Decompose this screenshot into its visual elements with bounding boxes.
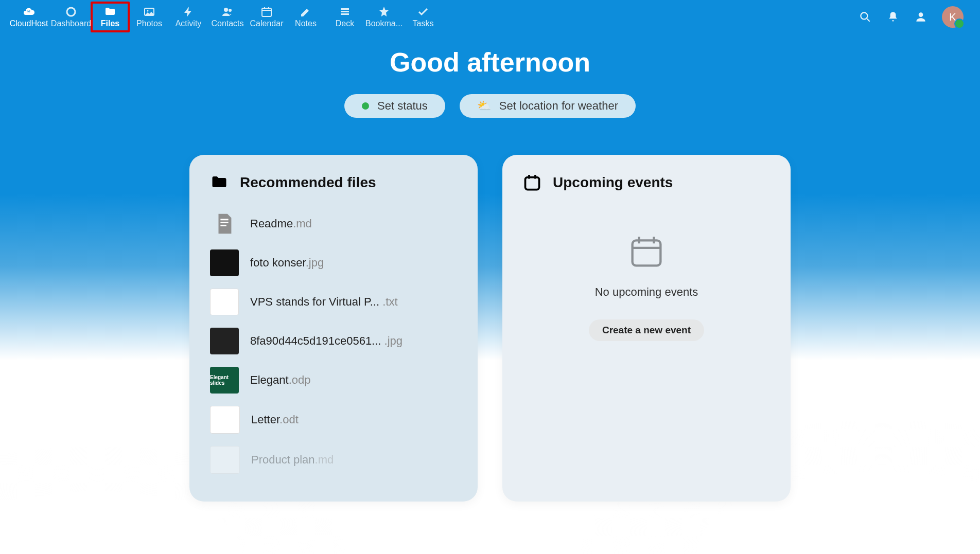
create-event-button[interactable]: Create a new event xyxy=(589,319,704,341)
nav-right: K xyxy=(859,6,974,28)
star-icon xyxy=(378,6,390,18)
nav-bookmarks[interactable]: Bookma... xyxy=(364,2,404,32)
calendar-icon xyxy=(260,6,273,18)
svg-text:Id: Id xyxy=(27,10,30,13)
svg-point-10 xyxy=(861,12,867,19)
brand-label: CloudHost xyxy=(10,19,48,28)
file-label: Elegant.odp xyxy=(250,373,310,387)
svg-rect-6 xyxy=(262,8,271,16)
svg-rect-13 xyxy=(220,222,228,223)
file-row-letter[interactable]: Letter.odt xyxy=(210,406,457,434)
set-weather-button[interactable]: ⛅ Set location for weather xyxy=(460,94,636,118)
recommended-panel: Recommended files Readme.md foto konser.… xyxy=(189,155,478,502)
nav-left: Id CloudHost Dashboard Files Photos Acti… xyxy=(6,2,443,32)
greeting: Good afternoon xyxy=(0,47,980,78)
calendar-outline-icon xyxy=(628,233,665,270)
file-row-productplan[interactable]: Product plan.md xyxy=(210,446,457,474)
check-icon xyxy=(417,6,429,18)
file-thumb xyxy=(210,249,239,276)
svg-rect-12 xyxy=(220,219,228,220)
file-row-elegant[interactable]: Elegant slides Elegant.odp xyxy=(210,367,457,394)
nav-contacts[interactable]: Contacts xyxy=(208,2,247,32)
nav-dashboard[interactable]: Dashboard xyxy=(51,2,91,32)
search-icon[interactable] xyxy=(859,10,872,24)
calendar-solid-icon xyxy=(523,173,541,192)
file-thumb xyxy=(210,210,239,237)
photo-icon xyxy=(143,6,155,18)
nav-activity[interactable]: Activity xyxy=(169,2,208,32)
nav-deck-label: Deck xyxy=(336,19,354,28)
circle-icon xyxy=(65,6,77,18)
file-label: 8fa90d44c5d191ce0561... .jpg xyxy=(250,334,402,348)
events-empty: No upcoming events Create a new event xyxy=(523,233,770,341)
nav-notes[interactable]: Notes xyxy=(286,2,325,32)
folder-solid-icon xyxy=(210,173,229,192)
brand-logo[interactable]: Id CloudHost xyxy=(6,2,51,32)
file-label: Readme.md xyxy=(250,217,312,230)
pill-row: Set status ⛅ Set location for weather xyxy=(0,94,980,118)
file-label: foto konser.jpg xyxy=(250,256,324,270)
nav-photos-label: Photos xyxy=(136,19,162,28)
svg-rect-15 xyxy=(526,177,539,190)
nav-files[interactable]: Files xyxy=(91,2,130,32)
svg-point-4 xyxy=(224,8,228,12)
events-head: Upcoming events xyxy=(523,173,770,192)
svg-point-11 xyxy=(919,12,923,17)
svg-rect-9 xyxy=(341,13,349,15)
weather-icon: ⛅ xyxy=(477,99,491,113)
nav-tasks-label: Tasks xyxy=(413,19,434,28)
nav-contacts-label: Contacts xyxy=(211,19,243,28)
people-icon xyxy=(221,6,234,18)
events-panel: Upcoming events No upcoming events Creat… xyxy=(502,155,791,502)
nav-bookmarks-label: Bookma... xyxy=(365,19,402,28)
svg-rect-14 xyxy=(220,225,226,226)
nav-photos[interactable]: Photos xyxy=(130,2,169,32)
set-status-button[interactable]: Set status xyxy=(344,94,445,118)
no-events-message: No upcoming events xyxy=(595,285,698,299)
events-title: Upcoming events xyxy=(553,174,673,191)
recommended-title: Recommended files xyxy=(240,174,376,191)
nav-activity-label: Activity xyxy=(176,19,202,28)
file-row-vps[interactable]: VPS stands for Virtual P... .txt xyxy=(210,289,457,315)
status-indicator xyxy=(954,19,965,29)
svg-rect-16 xyxy=(633,240,661,265)
status-dot-icon xyxy=(362,102,369,110)
file-thumb xyxy=(210,406,240,434)
pencil-icon xyxy=(300,6,312,18)
avatar[interactable]: K xyxy=(942,6,964,28)
file-thumb xyxy=(210,328,239,354)
set-weather-label: Set location for weather xyxy=(499,99,618,113)
bell-icon[interactable] xyxy=(886,10,900,24)
contacts-icon[interactable] xyxy=(914,10,927,24)
file-label: VPS stands for Virtual P... .txt xyxy=(250,295,398,309)
file-row-fotokonser[interactable]: foto konser.jpg xyxy=(210,249,457,276)
nav-tasks[interactable]: Tasks xyxy=(404,2,443,32)
svg-point-1 xyxy=(67,8,75,16)
svg-point-5 xyxy=(229,9,232,12)
svg-point-3 xyxy=(147,10,149,12)
file-row-readme[interactable]: Readme.md xyxy=(210,210,457,237)
file-label: Letter.odt xyxy=(251,413,299,426)
set-status-label: Set status xyxy=(377,99,428,113)
file-label: Product plan.md xyxy=(251,453,334,467)
cloud-icon: Id xyxy=(23,6,35,18)
nav-notes-label: Notes xyxy=(295,19,317,28)
nav-deck[interactable]: Deck xyxy=(325,2,364,32)
bolt-icon xyxy=(182,6,195,18)
file-row-8fa90d[interactable]: 8fa90d44c5d191ce0561... .jpg xyxy=(210,328,457,354)
file-thumb: Elegant slides xyxy=(210,367,239,394)
file-thumb xyxy=(210,289,239,315)
stack-icon xyxy=(339,6,351,18)
card-row: Recommended files Readme.md foto konser.… xyxy=(0,155,980,502)
top-nav: Id CloudHost Dashboard Files Photos Acti… xyxy=(0,0,980,34)
file-thumb xyxy=(210,446,240,474)
svg-rect-8 xyxy=(341,11,349,12)
nav-calendar-label: Calendar xyxy=(250,19,284,28)
recommended-head: Recommended files xyxy=(210,173,457,192)
nav-calendar[interactable]: Calendar xyxy=(247,2,286,32)
svg-rect-7 xyxy=(341,8,349,10)
folder-icon xyxy=(104,6,116,18)
nav-dashboard-label: Dashboard xyxy=(51,19,91,28)
nav-files-label: Files xyxy=(101,19,119,28)
